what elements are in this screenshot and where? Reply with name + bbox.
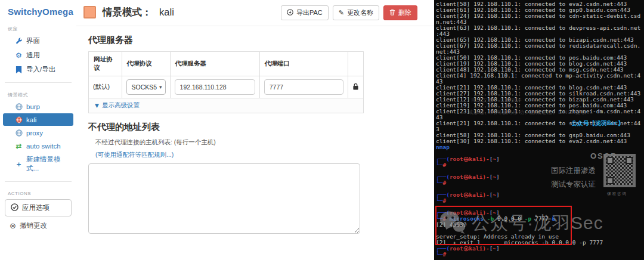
globe-icon bbox=[15, 129, 23, 137]
column-header-server: 代理服务器 bbox=[170, 52, 259, 76]
profile-header: 情景模式： kali 导出PAC ✎ 更改名称 bbox=[76, 0, 434, 26]
auth-lock-button[interactable] bbox=[352, 84, 359, 91]
watermark-oscp-line: 测试专家认证 bbox=[551, 181, 596, 187]
sidebar-item-label: kali bbox=[26, 116, 36, 123]
sidebar-item-label: 界面 bbox=[26, 36, 40, 45]
proxy-section-title: 代理服务器 bbox=[88, 35, 434, 46]
delete-profile-button[interactable]: 删除 bbox=[383, 5, 417, 20]
sidebar-item-general[interactable]: ⚙ 通用 bbox=[3, 48, 73, 62]
protocol-select[interactable]: SOCKS5 ▾ bbox=[126, 79, 166, 95]
sidebar-item-new-profile[interactable]: ＋ 新建情景模式... bbox=[3, 153, 73, 175]
sidebar-divider bbox=[5, 82, 72, 83]
show-advanced-settings-link[interactable]: ▼ 显示高级设置 bbox=[95, 101, 140, 110]
main-content: 情景模式： kali 导出PAC ✎ 更改名称 bbox=[76, 0, 434, 260]
wildcard-rules-link[interactable]: (可使用通配符等匹配规则...) bbox=[95, 151, 174, 159]
bypass-subtitle: 不经过代理连接的主机列表: (每行一个主机) bbox=[95, 138, 434, 147]
actions-section-label: ACTIONS bbox=[8, 191, 76, 196]
switch-loop-icon: ⇄ bbox=[15, 142, 23, 150]
caret-down-icon: ▾ bbox=[159, 80, 162, 94]
edit-icon: ✎ bbox=[339, 10, 344, 16]
bypass-list-textarea[interactable] bbox=[88, 163, 360, 234]
advanced-settings-row: ▼ 显示高级设置 bbox=[89, 98, 364, 113]
page-title: 情景模式： kali bbox=[103, 6, 174, 19]
red-highlight-box bbox=[435, 206, 572, 245]
apply-changes-label: 应用选项 bbox=[22, 203, 49, 212]
kali-terminal-window[interactable]: client[58] 192.168.110.1: connected to e… bbox=[434, 0, 644, 260]
proxy-table-header-row: 网址协议 代理协议 代理服务器 代理端口 bbox=[89, 52, 364, 76]
gear-icon: ⚙ bbox=[15, 51, 23, 59]
check-circle-icon bbox=[11, 203, 18, 212]
watermark-faint-text: 域渗透、内网横向移动、隐藏通信、LINUX提权 bbox=[467, 109, 587, 115]
wrench-icon bbox=[15, 37, 23, 45]
page-title-prefix: 情景模式： bbox=[103, 7, 152, 17]
import-export-icon bbox=[15, 66, 23, 73]
rename-button[interactable]: ✎ 更改名称 bbox=[333, 5, 379, 20]
proxy-port-input[interactable] bbox=[264, 79, 343, 95]
globe-icon bbox=[15, 116, 23, 123]
profile-color-swatch bbox=[83, 6, 96, 18]
sidebar-item-label: burp bbox=[26, 103, 40, 110]
globe-icon bbox=[15, 103, 23, 110]
watermark-faint-text: 网络安全、等保测评 bbox=[471, 97, 522, 103]
sidebar-item-profile-kali[interactable]: kali bbox=[3, 113, 73, 126]
sidebar-item-import-export[interactable]: 导入/导出 bbox=[3, 63, 73, 76]
watermark-oscp-line: 国际注册渗透 bbox=[551, 168, 596, 174]
revert-changes-label: 撤销更改 bbox=[20, 221, 47, 230]
profile-name: kali bbox=[159, 7, 174, 17]
column-header-actions bbox=[348, 52, 363, 76]
profiles-section-label: 情景模式 bbox=[8, 92, 76, 98]
scheme-cell: (默认) bbox=[89, 76, 122, 98]
proxy-server-section: 代理服务器 网址协议 代理协议 代理服务器 代理端口 (默认) SOCKS5 bbox=[76, 35, 434, 113]
proxy-server-input[interactable] bbox=[175, 79, 255, 95]
download-circle-icon bbox=[287, 9, 293, 17]
bypass-list-section: 不代理的地址列表 不经过代理连接的主机列表: (每行一个主机) (可使用通配符等… bbox=[76, 122, 434, 234]
advanced-settings-label: 显示高级设置 bbox=[102, 101, 140, 110]
sidebar-item-label: 导入/导出 bbox=[26, 65, 55, 74]
column-header-scheme: 网址协议 bbox=[89, 52, 122, 76]
chevron-down-icon: ▼ bbox=[95, 103, 99, 109]
proxy-server-table: 网址协议 代理协议 代理服务器 代理端口 (默认) SOCKS5 ▾ bbox=[88, 51, 364, 113]
screenshot-root: SwitchyOmega 设定 界面 ⚙ 通用 导入/导出 情景模式 bbox=[0, 0, 644, 260]
export-pac-button[interactable]: 导出PAC bbox=[281, 5, 329, 20]
column-header-port: 代理端口 bbox=[259, 52, 348, 76]
qr-code bbox=[603, 154, 636, 187]
apply-changes-button[interactable]: 应用选项 bbox=[5, 199, 72, 216]
sidebar-item-profile-auto-switch[interactable]: ⇄ auto switch bbox=[3, 140, 73, 152]
sidebar-item-profile-proxy[interactable]: proxy bbox=[3, 126, 73, 139]
x-circle-icon: ⊗ bbox=[10, 222, 16, 230]
bypass-section-title: 不代理的地址列表 bbox=[88, 122, 434, 133]
sidebar-divider bbox=[5, 181, 72, 182]
revert-changes-button[interactable]: ⊗ 撤销更改 bbox=[10, 221, 72, 230]
sidebar-item-label: proxy bbox=[26, 129, 43, 137]
plus-icon: ＋ bbox=[15, 160, 23, 168]
sidebar: SwitchyOmega 设定 界面 ⚙ 通用 导入/导出 情景模式 bbox=[0, 0, 76, 260]
sidebar-item-label: auto switch bbox=[26, 143, 61, 150]
sidebar-item-profile-burp[interactable]: burp bbox=[3, 100, 73, 113]
proxy-table-row: (默认) SOCKS5 ▾ bbox=[89, 76, 364, 98]
app-logo: SwitchyOmega bbox=[0, 0, 76, 17]
sidebar-item-interface[interactable]: 界面 bbox=[3, 34, 73, 48]
sidebar-item-label: 新建情景模式... bbox=[26, 155, 70, 173]
rename-label: 更改名称 bbox=[347, 8, 373, 17]
switchyomega-options-page: SwitchyOmega 设定 界面 ⚙ 通用 导入/导出 情景模式 bbox=[0, 0, 434, 260]
column-header-protocol: 代理协议 bbox=[122, 52, 170, 76]
sidebar-item-label: 通用 bbox=[26, 51, 40, 60]
qr-caption: 课程咨询 bbox=[607, 191, 627, 197]
protocol-selected-value: SOCKS5 bbox=[132, 83, 157, 91]
settings-section-label: 设定 bbox=[8, 26, 76, 32]
trash-icon bbox=[389, 9, 395, 17]
channel-tag-text: 公众号【泷羽Sec】 bbox=[571, 120, 624, 126]
header-actions: 导出PAC ✎ 更改名称 删除 bbox=[281, 5, 417, 20]
export-pac-label: 导出PAC bbox=[296, 8, 323, 17]
delete-label: 删除 bbox=[398, 8, 411, 17]
